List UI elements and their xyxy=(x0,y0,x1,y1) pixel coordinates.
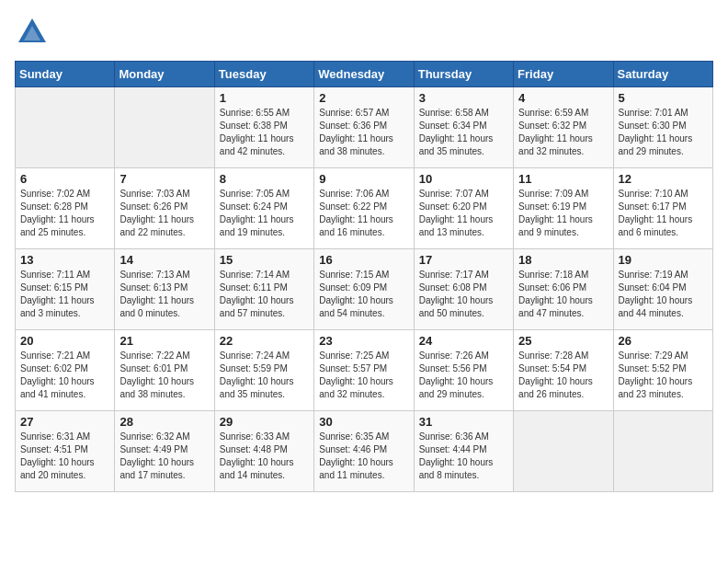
calendar-day-cell: 25 Sunrise: 7:28 AM Sunset: 5:54 PM Dayl… xyxy=(514,330,613,411)
calendar-day-cell: 27 Sunrise: 6:31 AM Sunset: 4:51 PM Dayl… xyxy=(16,411,115,492)
day-info: Sunrise: 7:25 AM Sunset: 5:57 PM Dayligh… xyxy=(319,350,408,401)
day-number: 16 xyxy=(319,253,408,267)
day-number: 3 xyxy=(419,91,508,105)
day-info: Sunrise: 7:02 AM Sunset: 6:28 PM Dayligh… xyxy=(20,188,109,239)
day-info: Sunrise: 6:57 AM Sunset: 6:36 PM Dayligh… xyxy=(319,107,408,158)
day-info: Sunrise: 7:13 AM Sunset: 6:13 PM Dayligh… xyxy=(119,269,209,320)
day-info: Sunrise: 7:14 AM Sunset: 6:11 PM Dayligh… xyxy=(220,269,309,320)
calendar-table: SundayMondayTuesdayWednesdayThursdayFrid… xyxy=(15,61,713,492)
calendar-day-cell: 5 Sunrise: 7:01 AM Sunset: 6:30 PM Dayli… xyxy=(613,87,712,168)
calendar-day-cell: 22 Sunrise: 7:24 AM Sunset: 5:59 PM Dayl… xyxy=(214,330,313,411)
day-info: Sunrise: 7:19 AM Sunset: 6:04 PM Dayligh… xyxy=(619,269,708,320)
calendar-day-cell: 15 Sunrise: 7:14 AM Sunset: 6:11 PM Dayl… xyxy=(214,249,313,330)
day-number: 13 xyxy=(20,253,109,267)
day-number: 23 xyxy=(319,334,408,348)
day-info: Sunrise: 7:05 AM Sunset: 6:24 PM Dayligh… xyxy=(220,188,309,239)
calendar-week-row: 20 Sunrise: 7:21 AM Sunset: 6:02 PM Dayl… xyxy=(16,330,713,411)
day-number: 4 xyxy=(518,91,608,105)
day-number: 10 xyxy=(419,172,508,186)
day-number: 19 xyxy=(619,253,708,267)
day-number: 6 xyxy=(20,172,109,186)
calendar-day-cell: 20 Sunrise: 7:21 AM Sunset: 6:02 PM Dayl… xyxy=(16,330,115,411)
day-number: 17 xyxy=(419,253,508,267)
day-of-week-header: Saturday xyxy=(613,62,712,87)
day-number: 28 xyxy=(119,415,209,429)
day-number: 11 xyxy=(518,172,608,186)
day-number: 8 xyxy=(220,172,309,186)
calendar-day-cell: 14 Sunrise: 7:13 AM Sunset: 6:13 PM Dayl… xyxy=(115,249,214,330)
day-of-week-header: Sunday xyxy=(16,62,115,87)
day-info: Sunrise: 7:15 AM Sunset: 6:09 PM Dayligh… xyxy=(319,269,408,320)
calendar-day-cell: 1 Sunrise: 6:55 AM Sunset: 6:38 PM Dayli… xyxy=(214,87,313,168)
day-info: Sunrise: 7:11 AM Sunset: 6:15 PM Dayligh… xyxy=(20,269,109,320)
calendar-day-cell: 9 Sunrise: 7:06 AM Sunset: 6:22 PM Dayli… xyxy=(314,168,414,249)
page-header xyxy=(15,15,713,50)
day-info: Sunrise: 6:59 AM Sunset: 6:32 PM Dayligh… xyxy=(518,107,608,158)
day-number: 25 xyxy=(518,334,608,348)
day-info: Sunrise: 6:31 AM Sunset: 4:51 PM Dayligh… xyxy=(20,431,109,482)
day-number: 2 xyxy=(319,91,408,105)
day-info: Sunrise: 7:06 AM Sunset: 6:22 PM Dayligh… xyxy=(319,188,408,239)
calendar-header-row: SundayMondayTuesdayWednesdayThursdayFrid… xyxy=(16,62,713,87)
calendar-day-cell: 3 Sunrise: 6:58 AM Sunset: 6:34 PM Dayli… xyxy=(414,87,513,168)
day-number: 9 xyxy=(319,172,408,186)
day-number: 24 xyxy=(419,334,508,348)
calendar-day-cell: 17 Sunrise: 7:17 AM Sunset: 6:08 PM Dayl… xyxy=(414,249,513,330)
day-info: Sunrise: 6:33 AM Sunset: 4:48 PM Dayligh… xyxy=(220,431,309,482)
calendar-week-row: 13 Sunrise: 7:11 AM Sunset: 6:15 PM Dayl… xyxy=(16,249,713,330)
day-number: 29 xyxy=(220,415,309,429)
day-number: 20 xyxy=(20,334,109,348)
day-info: Sunrise: 7:18 AM Sunset: 6:06 PM Dayligh… xyxy=(518,269,608,320)
calendar-day-cell: 10 Sunrise: 7:07 AM Sunset: 6:20 PM Dayl… xyxy=(414,168,513,249)
calendar-day-cell xyxy=(16,87,115,168)
logo-icon xyxy=(15,15,50,50)
day-number: 1 xyxy=(220,91,309,105)
day-number: 31 xyxy=(419,415,508,429)
calendar-day-cell: 30 Sunrise: 6:35 AM Sunset: 4:46 PM Dayl… xyxy=(314,411,414,492)
day-info: Sunrise: 7:10 AM Sunset: 6:17 PM Dayligh… xyxy=(619,188,708,239)
calendar-day-cell: 24 Sunrise: 7:26 AM Sunset: 5:56 PM Dayl… xyxy=(414,330,513,411)
day-of-week-header: Thursday xyxy=(414,62,513,87)
day-number: 18 xyxy=(518,253,608,267)
day-number: 14 xyxy=(119,253,209,267)
calendar-day-cell: 23 Sunrise: 7:25 AM Sunset: 5:57 PM Dayl… xyxy=(314,330,414,411)
calendar-day-cell: 21 Sunrise: 7:22 AM Sunset: 6:01 PM Dayl… xyxy=(115,330,214,411)
day-info: Sunrise: 7:29 AM Sunset: 5:52 PM Dayligh… xyxy=(619,350,708,401)
day-number: 26 xyxy=(619,334,708,348)
calendar-day-cell: 11 Sunrise: 7:09 AM Sunset: 6:19 PM Dayl… xyxy=(514,168,613,249)
calendar-day-cell: 16 Sunrise: 7:15 AM Sunset: 6:09 PM Dayl… xyxy=(314,249,414,330)
calendar-day-cell: 19 Sunrise: 7:19 AM Sunset: 6:04 PM Dayl… xyxy=(613,249,712,330)
day-number: 22 xyxy=(220,334,309,348)
day-info: Sunrise: 7:24 AM Sunset: 5:59 PM Dayligh… xyxy=(220,350,309,401)
day-info: Sunrise: 7:01 AM Sunset: 6:30 PM Dayligh… xyxy=(619,107,708,158)
day-info: Sunrise: 6:36 AM Sunset: 4:44 PM Dayligh… xyxy=(419,431,508,482)
day-info: Sunrise: 7:07 AM Sunset: 6:20 PM Dayligh… xyxy=(419,188,508,239)
day-info: Sunrise: 7:03 AM Sunset: 6:26 PM Dayligh… xyxy=(119,188,209,239)
day-number: 7 xyxy=(119,172,209,186)
calendar-day-cell: 18 Sunrise: 7:18 AM Sunset: 6:06 PM Dayl… xyxy=(514,249,613,330)
day-info: Sunrise: 7:21 AM Sunset: 6:02 PM Dayligh… xyxy=(20,350,109,401)
calendar-day-cell: 29 Sunrise: 6:33 AM Sunset: 4:48 PM Dayl… xyxy=(214,411,313,492)
day-of-week-header: Wednesday xyxy=(314,62,414,87)
day-info: Sunrise: 6:55 AM Sunset: 6:38 PM Dayligh… xyxy=(220,107,309,158)
calendar-day-cell xyxy=(613,411,712,492)
day-info: Sunrise: 7:09 AM Sunset: 6:19 PM Dayligh… xyxy=(518,188,608,239)
day-info: Sunrise: 6:32 AM Sunset: 4:49 PM Dayligh… xyxy=(119,431,209,482)
day-info: Sunrise: 6:35 AM Sunset: 4:46 PM Dayligh… xyxy=(319,431,408,482)
calendar-day-cell: 8 Sunrise: 7:05 AM Sunset: 6:24 PM Dayli… xyxy=(214,168,313,249)
day-number: 30 xyxy=(319,415,408,429)
calendar-day-cell xyxy=(115,87,214,168)
day-info: Sunrise: 7:17 AM Sunset: 6:08 PM Dayligh… xyxy=(419,269,508,320)
day-number: 5 xyxy=(619,91,708,105)
day-of-week-header: Friday xyxy=(514,62,613,87)
logo xyxy=(15,15,50,50)
day-info: Sunrise: 7:22 AM Sunset: 6:01 PM Dayligh… xyxy=(119,350,209,401)
calendar-day-cell: 12 Sunrise: 7:10 AM Sunset: 6:17 PM Dayl… xyxy=(613,168,712,249)
day-info: Sunrise: 7:28 AM Sunset: 5:54 PM Dayligh… xyxy=(518,350,608,401)
calendar-day-cell: 7 Sunrise: 7:03 AM Sunset: 6:26 PM Dayli… xyxy=(115,168,214,249)
calendar-day-cell: 26 Sunrise: 7:29 AM Sunset: 5:52 PM Dayl… xyxy=(613,330,712,411)
calendar-day-cell xyxy=(514,411,613,492)
day-of-week-header: Monday xyxy=(115,62,214,87)
calendar-week-row: 27 Sunrise: 6:31 AM Sunset: 4:51 PM Dayl… xyxy=(16,411,713,492)
day-number: 21 xyxy=(119,334,209,348)
